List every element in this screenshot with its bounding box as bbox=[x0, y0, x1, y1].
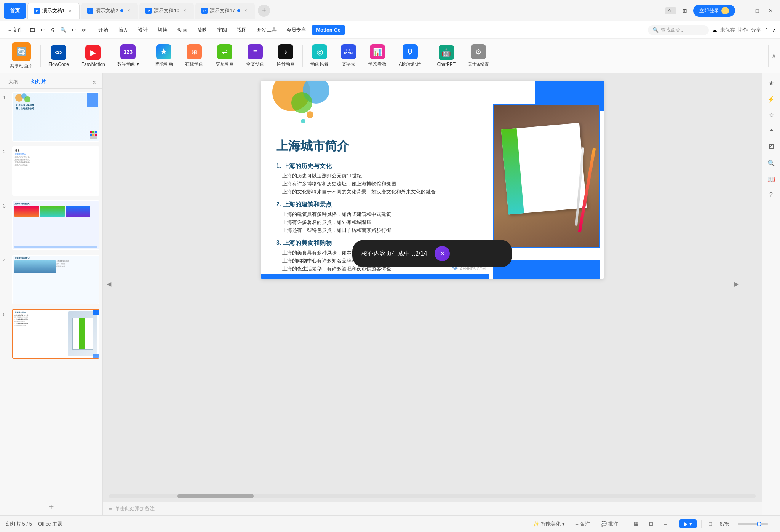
menu-design[interactable]: 设计 bbox=[133, 25, 152, 35]
zoom-minus[interactable]: ─ bbox=[732, 521, 735, 527]
slide-thumb-5[interactable]: 上海城市简介 1. 上海的历史与文化 历史可追溯到公元前11世纪 2. 上海的建… bbox=[12, 309, 99, 359]
menu-developer[interactable]: 开发工具 bbox=[252, 25, 281, 35]
statusbar-sep-2 bbox=[675, 520, 675, 528]
collab-button[interactable]: 协作 bbox=[738, 27, 748, 34]
tab-doc2-close[interactable]: ✕ bbox=[126, 8, 132, 14]
sidebar-collapse-button[interactable]: « bbox=[90, 78, 99, 87]
menu-icon-3[interactable]: 🖨 bbox=[48, 26, 57, 34]
right-icon-filter[interactable]: ⚡ bbox=[765, 93, 777, 105]
right-icon-bookmark[interactable]: ☆ bbox=[765, 109, 777, 121]
ribbon-interact[interactable]: ⇌ 交互动画 bbox=[209, 43, 240, 69]
right-icon-help[interactable]: ? bbox=[765, 189, 777, 201]
slide-num-3: 3 bbox=[3, 200, 9, 209]
menu-start[interactable]: 开始 bbox=[94, 25, 113, 35]
menu-review[interactable]: 审阅 bbox=[213, 25, 232, 35]
play-button[interactable]: ▶ ▾ bbox=[679, 519, 697, 528]
scroll-left-button[interactable]: ◀ bbox=[107, 280, 111, 287]
canvas-scrollbar-h[interactable] bbox=[109, 494, 756, 498]
menu-icon-4[interactable]: 🔍 bbox=[58, 26, 69, 34]
menu-more[interactable]: ≫ bbox=[79, 26, 89, 34]
slide-thumb-3[interactable]: 上海城市旅游攻略 bbox=[12, 200, 99, 250]
right-icon-book[interactable]: 📖 bbox=[765, 173, 777, 185]
beautify-button[interactable]: ✨ 智能美化 ▾ bbox=[530, 519, 568, 529]
grid-view-button[interactable]: ⊞ bbox=[679, 5, 690, 16]
scroll-right-button[interactable]: ▶ bbox=[734, 280, 739, 287]
add-slide-button[interactable]: + bbox=[0, 498, 102, 515]
menu-icon-1[interactable]: 🗔 bbox=[28, 26, 37, 34]
ribbon-flowcode[interactable]: </> FlowCode bbox=[42, 43, 75, 69]
ribbon-fulltext[interactable]: ≡ 全文动画 bbox=[240, 43, 270, 69]
ribbon-shared-library[interactable]: 🔄 共享动画库 bbox=[4, 41, 39, 71]
notification-close-button[interactable]: ✕ bbox=[435, 246, 450, 261]
tab-doc17-close[interactable]: ✕ bbox=[243, 8, 249, 14]
right-icon-search[interactable]: 🔍 bbox=[765, 157, 777, 169]
tab-home[interactable]: 首页 bbox=[4, 3, 26, 19]
ribbon-chatppt[interactable]: 🤖 ChatPPT bbox=[431, 43, 462, 69]
ribbon-dynamic[interactable]: 📊 动态看板 bbox=[362, 43, 393, 69]
canvas-scroll[interactable]: ◀ bbox=[103, 73, 762, 494]
tab-doc1[interactable]: P 演示文稿1 ✕ bbox=[27, 3, 80, 19]
menu-motion-go[interactable]: Motion Go bbox=[312, 25, 345, 35]
notes-placeholder[interactable]: 单击此处添加备注 bbox=[115, 505, 155, 512]
slide-thumb-1[interactable]: 行走上海，纵情集聚，上海氛游攻略 bbox=[12, 92, 99, 142]
slide-thumb-4[interactable]: 上海城市旅游景点 上海著名景点介绍 外滩 · 城隍庙 田子坊 · 豫园 bbox=[12, 255, 99, 305]
menu-view[interactable]: 视图 bbox=[232, 25, 251, 35]
slide-item-5[interactable]: 5 上海城市简介 1. 上海的历史与文化 历史可追溯到公元前11世纪 2. 上海… bbox=[3, 309, 99, 359]
zoom-slider[interactable] bbox=[738, 523, 768, 525]
menu-transition[interactable]: 切换 bbox=[153, 25, 172, 35]
right-icon-monitor[interactable]: 🖥 bbox=[765, 125, 777, 137]
add-tab-button[interactable]: + bbox=[258, 5, 270, 17]
tab-outline[interactable]: 大纲 bbox=[4, 76, 23, 88]
scrollbar-thumb-h[interactable] bbox=[177, 494, 254, 498]
ribbon-settings[interactable]: ⚙ 关于&设置 bbox=[462, 43, 495, 69]
tab-doc1-close[interactable]: ✕ bbox=[67, 8, 73, 14]
ribbon-online[interactable]: ⊕ 在线动画 bbox=[179, 43, 209, 69]
login-button[interactable]: 立即登录 bbox=[693, 5, 735, 17]
ribbon-easymotion[interactable]: ▶ EasyMotion bbox=[75, 43, 111, 69]
slide-item-2[interactable]: 2 目录 上海城市简介 上海的历史与文化 上海的建筑和景点 上海的美食和购物 上… bbox=[3, 146, 99, 196]
view-grid-button[interactable]: ⊞ bbox=[646, 519, 656, 528]
close-button[interactable]: ✕ bbox=[766, 5, 776, 16]
maximize-button[interactable]: □ bbox=[752, 5, 762, 16]
view-normal-button[interactable]: ▦ bbox=[631, 519, 641, 528]
ribbon-wordcloud[interactable]: TEXTICON 文字云 bbox=[335, 43, 362, 69]
notes-bar[interactable]: ≡ 单击此处添加备注 bbox=[103, 502, 762, 515]
share-button[interactable]: 分享 bbox=[751, 27, 761, 34]
tab-slides[interactable]: 幻灯片 bbox=[27, 76, 51, 88]
tab-doc2[interactable]: P 演示文稿2 ✕ bbox=[81, 3, 138, 19]
right-icon-image[interactable]: 🖼 bbox=[765, 141, 777, 153]
menu-animation[interactable]: 动画 bbox=[173, 25, 192, 35]
slide-item-3[interactable]: 3 上海城市旅游攻略 bbox=[3, 200, 99, 250]
statusbar-right: ✨ 智能美化 ▾ ≡ 备注 💬 批注 ▦ ⊞ ≡ ▶ ▾ □ bbox=[530, 519, 774, 529]
slide-canvas: 上海城市简介 1. 上海的历史与文化 上海的历史可以追溯到公元前11世纪 上海有… bbox=[261, 81, 604, 279]
menu-insert[interactable]: 插入 bbox=[113, 25, 133, 35]
ribbon-ai[interactable]: 🎙 AI演示配音 bbox=[393, 43, 427, 69]
fit-button[interactable]: □ bbox=[706, 519, 715, 528]
notes-button[interactable]: ≡ 备注 bbox=[572, 519, 593, 529]
slide-item-4[interactable]: 4 上海城市旅游景点 上海著名景点介绍 外滩 · 城隍庙 田子坊 · 豫园 bbox=[3, 255, 99, 305]
menu-icon-2[interactable]: ↩ bbox=[38, 26, 47, 34]
slide-thumb-2[interactable]: 目录 上海城市简介 上海的历史与文化 上海的建筑和景点 上海的美食和购物 上海的… bbox=[12, 146, 99, 196]
ribbon-tiktok[interactable]: ♪ 抖音动画 bbox=[270, 43, 301, 69]
right-icon-star[interactable]: ★ bbox=[765, 77, 777, 89]
ribbon-numani[interactable]: 123 数字动画 ▾ bbox=[111, 43, 145, 69]
more-icon[interactable]: ⋮ bbox=[764, 27, 769, 33]
ribbon-smart[interactable]: ★ 智能动画 bbox=[149, 43, 179, 69]
menu-member[interactable]: 会员专享 bbox=[282, 25, 311, 35]
tab-doc10[interactable]: P 演示文稿10 ✕ bbox=[139, 3, 193, 19]
zoom-plus[interactable]: + bbox=[770, 521, 774, 527]
ribbon-wind[interactable]: ◎ 动画风暴 bbox=[304, 43, 335, 69]
expand-icon[interactable]: ∧ bbox=[772, 27, 776, 33]
view-outline-button[interactable]: ≡ bbox=[661, 519, 670, 528]
minimize-button[interactable]: ─ bbox=[738, 5, 749, 16]
ribbon-collapse[interactable]: ∧ bbox=[772, 52, 776, 59]
menu-undo[interactable]: ↩ bbox=[69, 26, 78, 34]
tab-doc10-close[interactable]: ✕ bbox=[182, 8, 188, 14]
tab-doc17[interactable]: P 演示文稿17 ✕ bbox=[195, 3, 255, 19]
comments-button[interactable]: 💬 批注 bbox=[598, 519, 621, 529]
menu-search[interactable]: 🔍 查找命令... bbox=[648, 25, 709, 35]
slide-item-1[interactable]: 1 行走上海，纵情集聚，上海氛游攻略 bbox=[3, 92, 99, 142]
zoom-slider-thumb[interactable] bbox=[757, 522, 761, 526]
menu-slideshow[interactable]: 放映 bbox=[193, 25, 212, 35]
menu-file[interactable]: ≡ 文件 bbox=[4, 25, 27, 35]
